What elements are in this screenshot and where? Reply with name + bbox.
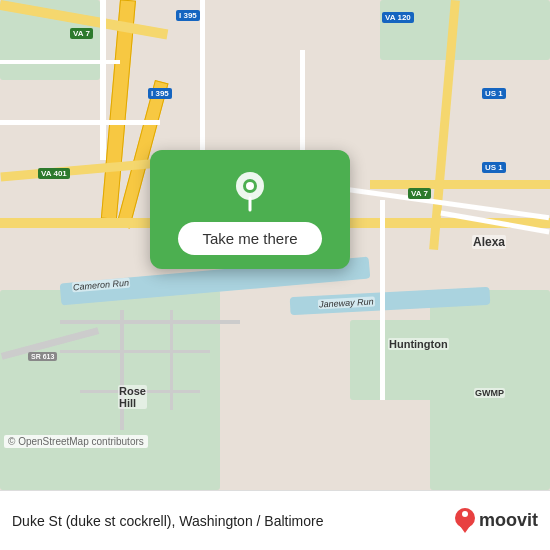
shield-us1-top: US 1 <box>482 88 506 99</box>
local-gray-4 <box>120 310 124 430</box>
local-road-1 <box>100 0 106 160</box>
shield-i395-mid: I 395 <box>148 88 172 99</box>
bottom-bar: Duke St (duke st cockrell), Washington /… <box>0 490 550 550</box>
take-me-there-button[interactable]: Take me there <box>178 222 321 255</box>
shield-us1-mid: US 1 <box>482 162 506 173</box>
green-area-4 <box>380 0 550 60</box>
local-road-5 <box>0 60 120 64</box>
map-attribution: © OpenStreetMap contributors <box>4 435 148 448</box>
va-7-right <box>370 180 550 189</box>
label-rose-hill: RoseHill <box>118 385 147 409</box>
shield-va7-right: VA 7 <box>408 188 431 199</box>
moovit-text: moovit <box>479 510 538 531</box>
destination-label: Duke St (duke st cockrell), Washington /… <box>12 513 455 529</box>
moovit-logo: moovit <box>455 508 538 533</box>
local-gray-2 <box>60 350 210 353</box>
shield-va120: VA 120 <box>382 12 414 23</box>
label-gwmp: GWMP <box>474 388 505 398</box>
shield-i395-top: I 395 <box>176 10 200 21</box>
popup-card: Take me there <box>150 150 350 269</box>
local-road-4 <box>0 120 160 125</box>
local-gray-5 <box>170 310 173 410</box>
svg-point-2 <box>246 182 254 190</box>
local-gray-1 <box>60 320 240 324</box>
label-alexa: Alexa <box>472 235 506 249</box>
shield-va7-top: VA 7 <box>70 28 93 39</box>
local-road-2 <box>200 0 205 150</box>
shield-va401: VA 401 <box>38 168 70 179</box>
label-huntington: Huntington <box>388 338 449 350</box>
local-road-7 <box>380 200 385 400</box>
map-container: I 395 I 395 VA 7 VA 120 US 1 US 1 VA 401… <box>0 0 550 490</box>
shield-sr613: SR 613 <box>28 352 57 361</box>
moovit-pin-icon <box>455 508 475 528</box>
location-pin-icon <box>228 168 272 212</box>
